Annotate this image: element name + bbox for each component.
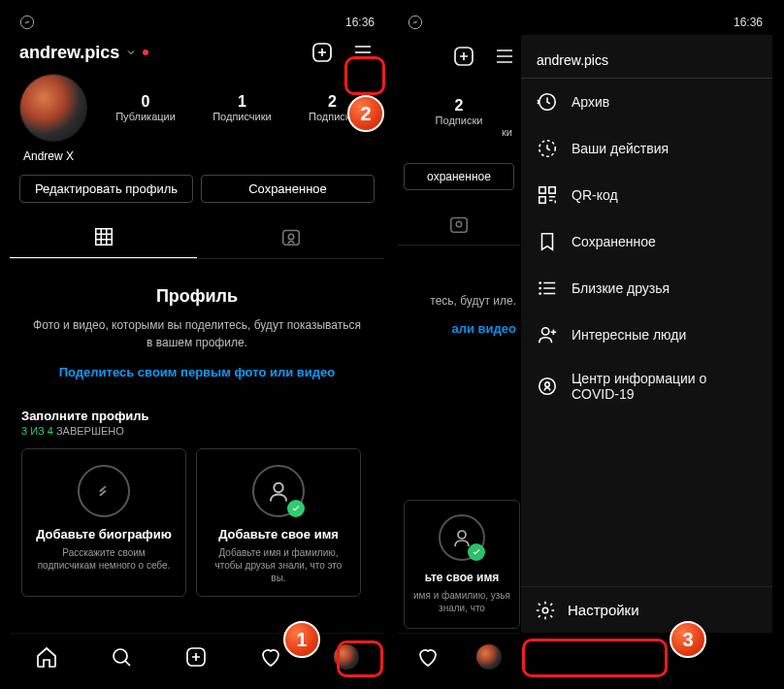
stat-partial: 2 Подписки — [436, 97, 483, 126]
person-icon — [439, 514, 485, 561]
card-add-bio[interactable]: Добавьте биографию Расскажите своим подп… — [21, 448, 186, 597]
svg-rect-15 — [539, 187, 545, 193]
empty-title: Профиль — [29, 286, 365, 307]
card-add-name[interactable]: Добавьте свое имя Добавьте имя и фамилию… — [196, 448, 361, 597]
menu-activity[interactable]: Ваши действия — [521, 125, 772, 172]
profile-header: andrew.pics — [10, 35, 384, 74]
tab-tagged[interactable] — [398, 204, 520, 246]
complete-cards-row[interactable]: Добавьте биографию Расскажите своим подп… — [10, 437, 384, 597]
saved-button[interactable]: Сохраненное — [201, 175, 375, 203]
display-name: Andrew X — [10, 149, 384, 171]
tab-tagged[interactable] — [197, 216, 384, 258]
svg-point-21 — [542, 328, 549, 335]
status-time: 16:36 — [345, 16, 375, 29]
menu-settings[interactable]: Настройки — [521, 586, 772, 633]
status-bar: 16:36 — [398, 10, 772, 35]
nav-home[interactable] — [35, 645, 58, 669]
notification-dot-icon — [143, 49, 148, 55]
svg-point-24 — [542, 607, 548, 613]
bottom-nav — [10, 633, 384, 679]
menu-archive[interactable]: Архив — [521, 79, 772, 125]
svg-point-5 — [274, 483, 282, 492]
menu-covid[interactable]: Центр информации о COVID-19 — [521, 358, 772, 414]
shazam-icon — [19, 15, 35, 30]
svg-point-6 — [114, 649, 127, 663]
bio-icon — [78, 465, 130, 517]
list-icon — [537, 278, 558, 299]
menu-header: andrew.pics — [521, 35, 772, 79]
nav-activity[interactable] — [259, 645, 282, 669]
info-icon — [537, 376, 558, 397]
check-icon — [287, 500, 305, 517]
activity-icon — [537, 138, 558, 159]
person-icon — [252, 465, 305, 517]
svg-point-11 — [456, 221, 462, 227]
empty-profile-section: Профиль Фото и видео, которыми вы подели… — [10, 259, 384, 399]
hamburger-menu-button[interactable] — [351, 41, 375, 64]
svg-rect-17 — [539, 197, 545, 203]
profile-tabs — [10, 216, 384, 259]
share-link-partial[interactable]: али видео — [398, 308, 520, 336]
status-bar: 16:36 — [10, 10, 384, 35]
menu-discover[interactable]: Интересные люди — [521, 312, 772, 358]
svg-rect-2 — [95, 229, 112, 246]
nav-create[interactable] — [184, 645, 208, 669]
complete-profile-section: Заполните профиль 3 ИЗ 4 ЗАВЕРШЕНО — [10, 399, 384, 437]
tab-grid[interactable] — [10, 216, 197, 258]
svg-rect-3 — [282, 231, 299, 246]
complete-title: Заполните профиль — [21, 409, 373, 423]
nav-profile[interactable] — [334, 644, 359, 670]
username-text: andrew.pics — [19, 43, 119, 63]
menu-qr[interactable]: QR-код — [521, 172, 772, 218]
complete-progress: 3 ИЗ 4 ЗАВЕРШЕНО — [21, 425, 373, 437]
hamburger-menu-button[interactable] — [493, 45, 516, 68]
svg-point-23 — [545, 382, 550, 387]
background-profile-partial: 2 Подписки ки охраненное тесь, будут иле… — [398, 35, 520, 633]
username-dropdown[interactable]: andrew.pics — [19, 43, 310, 63]
svg-point-4 — [288, 234, 294, 240]
bottom-nav-partial — [398, 633, 520, 679]
bookmark-icon — [537, 231, 558, 252]
side-menu-panel: andrew.pics Архив Ваши действия QR-код С… — [520, 35, 772, 633]
svg-rect-10 — [451, 218, 468, 233]
nav-search[interactable] — [110, 645, 133, 669]
create-post-button[interactable] — [310, 41, 334, 64]
avatar[interactable] — [19, 74, 87, 142]
share-first-link[interactable]: Поделитесь своим первым фото или видео — [29, 365, 365, 379]
empty-desc: Фото и видео, которыми вы поделитесь, бу… — [29, 316, 365, 351]
card-partial[interactable]: ьте свое имя имя и фамилию, узья знали, … — [404, 500, 520, 629]
svg-point-20 — [539, 292, 541, 295]
add-person-icon — [537, 324, 558, 345]
profile-stats-row: 0 Публикации 1 Подписчики 2 Подписки — [10, 74, 384, 149]
svg-rect-16 — [549, 187, 555, 193]
create-post-button[interactable] — [452, 45, 475, 68]
edit-profile-button[interactable]: Редактировать профиль — [19, 175, 193, 203]
status-time: 16:36 — [734, 16, 763, 29]
saved-button-partial[interactable]: охраненное — [404, 163, 514, 190]
svg-point-12 — [458, 531, 466, 539]
nav-activity[interactable] — [416, 645, 440, 669]
shazam-icon — [408, 15, 423, 30]
nav-profile[interactable] — [476, 644, 502, 670]
svg-point-19 — [539, 287, 541, 290]
qr-icon — [537, 184, 558, 206]
stat-following[interactable]: 2 Подписки — [309, 93, 356, 122]
archive-icon — [537, 91, 558, 113]
phone-screen-left: 16:36 andrew.pics 0 Пуб — [10, 10, 384, 679]
svg-point-18 — [539, 281, 541, 284]
menu-close-friends[interactable]: Близкие друзья — [521, 265, 772, 312]
check-icon — [468, 543, 485, 561]
gear-icon — [535, 600, 556, 621]
stat-followers[interactable]: 1 Подписчики — [212, 93, 272, 122]
stat-posts[interactable]: 0 Публикации — [115, 93, 176, 122]
phone-screen-right: 16:36 2 Подписки ки охраненное — [398, 10, 772, 679]
chevron-down-icon — [125, 47, 137, 58]
menu-saved[interactable]: Сохраненное — [521, 218, 772, 265]
